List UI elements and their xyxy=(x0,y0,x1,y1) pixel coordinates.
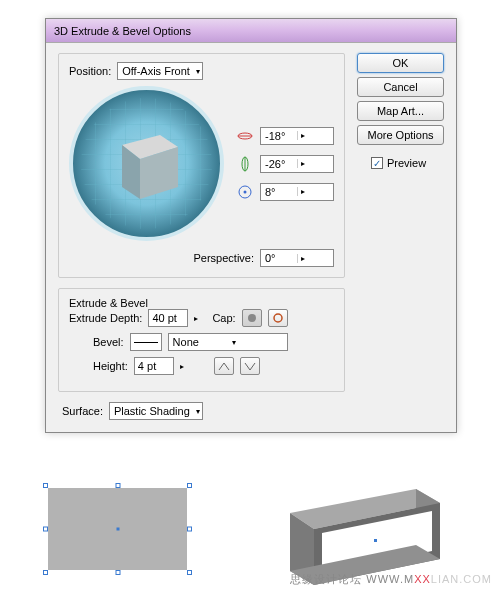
titlebar[interactable]: 3D Extrude & Bevel Options xyxy=(46,19,456,43)
cap-on-button[interactable] xyxy=(242,309,262,327)
position-dropdown[interactable]: Off-Axis Front ▾ xyxy=(117,62,203,80)
svg-point-8 xyxy=(244,190,247,193)
cube-preview-area: -18° ▸ -26° ▸ xyxy=(69,86,334,241)
cap-hollow-icon xyxy=(272,312,284,324)
position-row: Position: Off-Axis Front ▾ xyxy=(69,62,334,80)
perspective-value: 0° xyxy=(261,252,297,264)
axis-x-value: -18° xyxy=(261,130,297,142)
bevel-extent-in-button[interactable] xyxy=(214,357,234,375)
axis-x-input[interactable]: -18° ▸ xyxy=(260,127,334,145)
svg-point-10 xyxy=(274,314,282,322)
dialog-3d-extrude-bevel: 3D Extrude & Bevel Options Position: Off… xyxy=(45,18,457,433)
rotation-trackball[interactable] xyxy=(69,86,224,241)
position-value: Off-Axis Front xyxy=(122,65,190,77)
more-options-button[interactable]: More Options xyxy=(357,125,444,145)
perspective-input[interactable]: 0° ▸ xyxy=(260,249,334,267)
perspective-label: Perspective: xyxy=(193,252,254,264)
axis-x-row: -18° ▸ xyxy=(236,127,334,145)
bevel-extent-out-button[interactable] xyxy=(240,357,260,375)
cube-icon xyxy=(104,121,190,207)
chevron-down-icon: ▾ xyxy=(196,67,200,76)
cancel-button[interactable]: Cancel xyxy=(357,77,444,97)
chevron-down-icon: ▾ xyxy=(229,338,287,347)
axis-z-row: 8° ▸ xyxy=(236,183,334,201)
selection-handle[interactable] xyxy=(43,527,48,532)
cap-off-button[interactable] xyxy=(268,309,288,327)
selection-handle[interactable] xyxy=(187,483,192,488)
surface-row: Surface: Plastic Shading ▾ xyxy=(62,402,345,420)
stepper-icon[interactable]: ▸ xyxy=(297,254,333,263)
stepper-icon[interactable]: ▸ xyxy=(194,314,198,323)
stepper-icon[interactable]: ▸ xyxy=(297,187,333,196)
watermark: 思缘设计论坛 WWW.MXXLIAN.COM xyxy=(290,572,492,587)
position-label: Position: xyxy=(69,65,111,77)
axis-x-icon xyxy=(236,127,254,145)
selection-handle[interactable] xyxy=(187,570,192,575)
stepper-icon[interactable]: ▸ xyxy=(297,159,333,168)
extrude-depth-input[interactable]: 40 pt xyxy=(148,309,188,327)
selection-handle[interactable] xyxy=(43,483,48,488)
chevron-down-icon: ▾ xyxy=(196,407,200,416)
dialog-content: Position: Off-Axis Front ▾ xyxy=(46,43,456,432)
map-art-button[interactable]: Map Art... xyxy=(357,101,444,121)
selection-center xyxy=(116,528,119,531)
extrude-bevel-group: Extrude & Bevel Extrude Depth: 40 pt ▸ C… xyxy=(58,288,345,392)
extrude-depth-value: 40 pt xyxy=(152,312,176,324)
axis-z-value: 8° xyxy=(261,186,297,198)
rectangle-2d-selected xyxy=(45,485,190,573)
bevel-in-icon xyxy=(218,361,230,371)
bevel-out-icon xyxy=(244,361,256,371)
preview-checkbox[interactable]: ✓ xyxy=(371,157,383,169)
height-input[interactable]: 4 pt xyxy=(134,357,174,375)
selection-handle[interactable] xyxy=(43,570,48,575)
axis-y-input[interactable]: -26° ▸ xyxy=(260,155,334,173)
cap-solid-icon xyxy=(246,312,258,324)
preview-row: ✓ Preview xyxy=(371,157,444,169)
bevel-dropdown[interactable]: None ▾ xyxy=(168,333,288,351)
height-value: 4 pt xyxy=(138,360,156,372)
axis-y-icon xyxy=(236,155,254,173)
right-button-column: OK Cancel Map Art... More Options ✓ Prev… xyxy=(357,53,444,420)
extrude-legend: Extrude & Bevel xyxy=(69,297,334,309)
dialog-title: 3D Extrude & Bevel Options xyxy=(54,25,191,37)
preview-label: Preview xyxy=(387,157,426,169)
selection-handle[interactable] xyxy=(115,570,120,575)
bevel-label: Bevel: xyxy=(93,336,124,348)
extrude-depth-label: Extrude Depth: xyxy=(69,312,142,324)
position-group: Position: Off-Axis Front ▾ xyxy=(58,53,345,278)
left-column: Position: Off-Axis Front ▾ xyxy=(58,53,345,420)
selection-handle[interactable] xyxy=(187,527,192,532)
surface-value: Plastic Shading xyxy=(114,405,190,417)
bevel-swatch xyxy=(130,333,162,351)
svg-rect-17 xyxy=(374,539,377,542)
axis-z-input[interactable]: 8° ▸ xyxy=(260,183,334,201)
height-row: Height: 4 pt ▸ xyxy=(93,357,334,375)
stepper-icon[interactable]: ▸ xyxy=(297,131,333,140)
extrude-depth-row: Extrude Depth: 40 pt ▸ Cap: xyxy=(69,309,334,327)
axis-y-row: -26° ▸ xyxy=(236,155,334,173)
stepper-icon[interactable]: ▸ xyxy=(180,362,184,371)
svg-point-9 xyxy=(248,314,256,322)
surface-label: Surface: xyxy=(62,405,103,417)
axis-z-icon xyxy=(236,183,254,201)
height-label: Height: xyxy=(93,360,128,372)
cap-label: Cap: xyxy=(212,312,235,324)
axis-controls: -18° ▸ -26° ▸ xyxy=(236,127,334,201)
selection-handle[interactable] xyxy=(115,483,120,488)
bevel-value: None xyxy=(169,336,229,348)
axis-y-value: -26° xyxy=(261,158,297,170)
perspective-row: Perspective: 0° ▸ xyxy=(69,249,334,267)
ok-button[interactable]: OK xyxy=(357,53,444,73)
bevel-row: Bevel: None ▾ xyxy=(93,333,334,351)
surface-dropdown[interactable]: Plastic Shading ▾ xyxy=(109,402,203,420)
